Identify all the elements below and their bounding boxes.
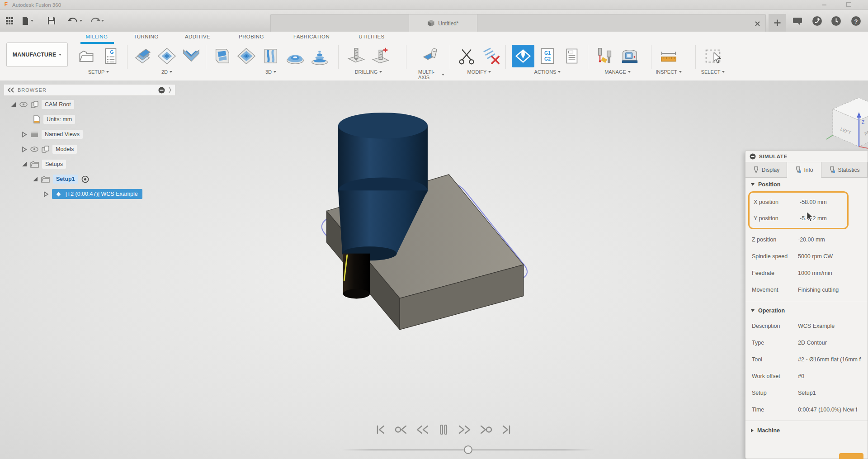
browser-filter-icon[interactable] [158,87,165,94]
tab-additive[interactable]: ADDITIVE [185,34,210,39]
visibility-eye-icon[interactable] [30,147,38,152]
section-expanded-icon [751,309,755,312]
help-button[interactable]: ? [850,15,862,27]
generate-gcode-button[interactable]: G [99,45,122,67]
group-multiaxis-dropdown[interactable]: MULTI-AXIS [418,69,444,80]
file-menu-button[interactable] [21,14,33,27]
group-modify-label: MODIFY [467,69,487,75]
maximize-button-icon[interactable] [843,2,854,8]
group-drilling-dropdown[interactable]: DRILLING [355,69,382,75]
3d-spiral-button[interactable] [308,45,331,67]
tool-library-button[interactable] [594,45,617,67]
post-process-button[interactable]: G1 G2 [536,45,559,67]
notifications-button[interactable] [830,15,842,27]
new-setup-button[interactable] [75,45,98,67]
tab-statistics[interactable]: Statistics [821,162,868,177]
operation-section-header[interactable]: Operation [745,304,868,317]
new-tab-button[interactable] [769,14,786,32]
tab-info[interactable]: Info [787,162,821,178]
document-tab[interactable]: Untitled* [409,14,477,32]
machine-library-button[interactable] [618,45,641,67]
timeline-slider-handle[interactable] [464,445,472,454]
tab-utilities[interactable]: UTILITIES [359,34,384,39]
app-grid-button[interactable] [5,14,14,27]
job-status-button[interactable] [811,15,823,27]
browser-resize-handle-icon[interactable] [169,87,171,93]
collapsed-arrow-icon[interactable] [22,147,27,152]
workspace-selector[interactable]: MANUFACTURE [6,43,68,67]
feedback-button[interactable] [791,15,803,27]
group-manage-dropdown[interactable]: MANAGE [604,69,631,75]
row-setup: Setup Setup1 [745,384,868,401]
group-inspect-dropdown[interactable]: INSPECT [656,69,682,75]
trim-toolpath-button[interactable] [456,45,478,67]
3d-pocket-button[interactable] [235,45,258,67]
pause-button[interactable] [435,421,452,439]
group-modify-dropdown[interactable]: MODIFY [467,69,491,75]
expanded-arrow-icon[interactable] [33,176,38,182]
tree-item-models[interactable]: Models [4,143,175,155]
simulate-header[interactable]: SIMULATE [745,151,868,162]
drill-button[interactable] [345,45,368,67]
visibility-eye-icon[interactable] [19,102,28,107]
group-separator [505,45,506,69]
tab-turning[interactable]: TURNING [133,34,158,39]
redo-button[interactable] [90,14,104,27]
close-tab-button[interactable] [752,18,763,29]
browser-title: BROWSER [18,87,155,93]
tab-display[interactable]: Display [745,162,787,177]
time-label: Time [752,407,798,413]
collapsed-arrow-icon[interactable] [43,191,49,197]
simulate-button[interactable] [512,45,534,67]
3d-scallop-button[interactable] [284,45,307,67]
setup-sheet-button[interactable] [561,45,583,67]
2d-pocket-button[interactable] [156,45,178,67]
panel-collapse-icon[interactable] [750,153,756,160]
machine-section-header[interactable]: Machine [745,424,868,437]
titlebar: F Autodesk Fusion 360 [0,0,868,10]
measure-button[interactable] [657,45,680,67]
tree-item-setup1[interactable]: Setup1 [4,173,175,185]
tab-milling[interactable]: MILLING [86,34,108,39]
group-actions-dropdown[interactable]: ACTIONS [534,69,561,75]
tree-item-cam-root[interactable]: CAM Root [4,99,175,110]
2d-contour-button[interactable] [180,45,203,67]
multiaxis-button[interactable] [420,45,443,67]
tab-fabrication[interactable]: FABRICATION [293,34,330,39]
drill-add-button[interactable] [369,45,392,67]
next-operation-button[interactable] [477,421,495,439]
undo-button[interactable] [68,14,82,27]
group-3d-dropdown[interactable]: 3D [265,69,276,75]
group-setup-dropdown[interactable]: SETUP [88,69,109,75]
tree-item-units[interactable]: Units: mm [4,114,175,125]
3d-adaptive-button[interactable] [211,45,233,67]
viewcube[interactable]: TOP LEFT FRONT Z [824,89,868,158]
previous-operation-button[interactable] [392,421,410,439]
play-forward-button[interactable] [456,421,473,439]
expanded-arrow-icon[interactable] [22,161,27,167]
save-button[interactable] [47,14,56,27]
minimize-button-icon[interactable] [818,2,830,8]
group-select-caret-icon [722,71,725,73]
expanded-arrow-icon[interactable] [11,102,16,107]
collapsed-arrow-icon[interactable] [22,132,27,137]
tree-item-operation-t2[interactable]: [T2 (0:00:47)] WCS Example [4,188,175,200]
group-select-dropdown[interactable]: SELECT [701,69,725,75]
2d-adaptive-button[interactable] [131,45,154,67]
row-feedrate: Feedrate 1000 mm/min [745,265,868,281]
x-position-value: -58.00 mm [800,199,827,205]
position-section-header[interactable]: Position [745,178,868,191]
tree-item-setups[interactable]: Setups [4,158,175,170]
play-backward-button[interactable] [414,421,431,439]
drill-add-icon [371,47,390,66]
delete-toolpath-button[interactable] [480,45,503,67]
tree-item-named-views[interactable]: Named Views [4,128,175,140]
active-setup-radio-icon[interactable] [81,175,89,183]
collapse-browser-icon[interactable] [8,87,14,93]
skip-to-start-button[interactable] [371,421,388,439]
group-2d-dropdown[interactable]: 2D [161,69,172,75]
3d-flow-button[interactable] [259,45,282,67]
skip-to-end-button[interactable] [499,421,516,439]
tab-probing[interactable]: PROBING [239,34,264,39]
tree-label: Setups [42,160,66,169]
